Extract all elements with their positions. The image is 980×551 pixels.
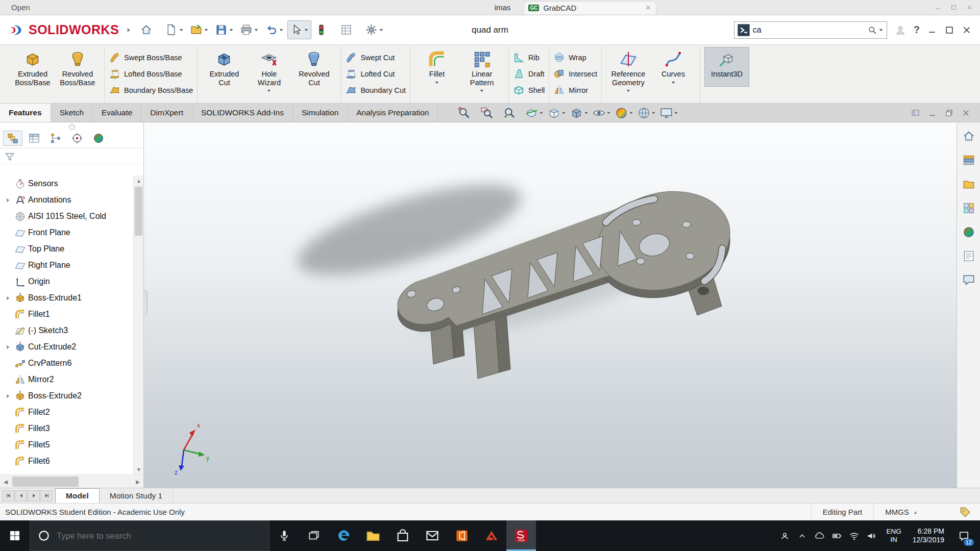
tray-button[interactable] (845, 520, 863, 551)
tree-item[interactable]: Mirror2 (0, 371, 133, 388)
start-button[interactable] (0, 520, 30, 551)
ribbon-small-button[interactable]: Shell (513, 83, 545, 97)
ribbon-small-button[interactable]: Swept Cut (345, 51, 395, 64)
feature-manager-tab[interactable] (67, 131, 87, 146)
tree-item[interactable]: Fillet2 (0, 404, 133, 420)
heads-up-button[interactable] (636, 105, 657, 121)
search-caret-icon[interactable] (878, 28, 884, 33)
quad-arm-model[interactable]: x y z (144, 122, 957, 488)
command-tab[interactable]: Simulation (293, 104, 348, 122)
scroll-up-icon[interactable]: ▲ (134, 176, 144, 186)
tray-button[interactable] (776, 520, 793, 551)
command-tab[interactable]: Analysis Preparation (348, 104, 438, 122)
task-pane-button[interactable] (961, 272, 977, 288)
task-pane-button[interactable] (961, 248, 977, 264)
taskbar-app-button[interactable] (418, 520, 447, 551)
tab-nav-button[interactable] (40, 490, 53, 502)
tree-item[interactable]: Boss-Extrude1 (0, 290, 133, 306)
ribbon-small-button[interactable]: Lofted Boss/Base (109, 67, 182, 81)
taskbar-app-button[interactable]: 2018 (506, 520, 536, 551)
tree-item[interactable]: Fillet5 (0, 437, 133, 453)
ribbon-large-button[interactable]: HoleWizard (247, 47, 291, 95)
ribbon-small-button[interactable]: Boundary Boss/Base (109, 83, 193, 97)
vertical-scroll-thumb[interactable] (135, 187, 142, 236)
ribbon-large-button[interactable]: ExtrudedBoss/Base (10, 47, 55, 95)
tree-item[interactable]: Annotations (0, 192, 133, 208)
qat-button[interactable] (287, 20, 311, 39)
tree-item[interactable]: Fillet1 (0, 306, 133, 322)
heads-up-button[interactable] (479, 105, 500, 121)
dropdown-caret-icon[interactable] (279, 28, 284, 33)
dropdown-caret-icon[interactable] (479, 88, 484, 93)
tree-item[interactable]: Front Plane (0, 224, 133, 241)
heads-up-button[interactable] (569, 105, 590, 121)
clock[interactable]: 6:28 PM 12/3/2019 (908, 527, 949, 545)
command-tab[interactable]: Evaluate (93, 104, 141, 122)
task-pane-button[interactable] (961, 224, 977, 240)
qat-button[interactable] (212, 20, 236, 39)
heads-up-button[interactable] (591, 105, 612, 121)
tab-nav-button[interactable] (15, 490, 27, 502)
dropdown-caret-icon[interactable] (584, 111, 589, 115)
heads-up-button[interactable] (456, 105, 477, 121)
dropdown-caret-icon[interactable] (204, 28, 209, 33)
dropdown-caret-icon[interactable] (539, 111, 544, 115)
task-pane-button[interactable] (961, 201, 977, 216)
ribbon-large-button[interactable]: Fillet (414, 47, 459, 87)
ribbon-large-button[interactable]: LinearPattern (459, 47, 504, 95)
heads-up-button[interactable] (614, 105, 634, 121)
ribbon-large-button[interactable]: ExtrudedCut (202, 47, 247, 95)
unit-system-selector[interactable]: MMGS ▴ (873, 504, 928, 520)
feature-manager-tab[interactable] (46, 131, 65, 146)
scroll-right-icon[interactable]: ▶ (132, 475, 143, 488)
tab-nav-button[interactable] (28, 490, 40, 502)
qat-button[interactable] (362, 20, 386, 39)
tree-horizontal-scrollbar[interactable]: ◀ ▶ (0, 474, 143, 488)
qat-button[interactable] (312, 20, 336, 39)
bg-close-icon[interactable] (966, 4, 973, 11)
dropdown-caret-icon[interactable] (254, 28, 259, 33)
dropdown-caret-icon[interactable] (304, 28, 309, 33)
dropdown-caret-icon[interactable] (266, 88, 272, 93)
tree-item[interactable]: Boss-Extrude2 (0, 388, 133, 404)
taskbar-search-box[interactable] (30, 520, 270, 551)
heads-up-button[interactable] (524, 105, 545, 121)
ribbon-small-button[interactable]: Wrap (553, 51, 586, 64)
scroll-left-icon[interactable]: ◀ (0, 475, 11, 488)
dropdown-caret-icon[interactable] (606, 111, 611, 115)
graphics-viewport[interactable]: x y z (144, 122, 957, 488)
qat-button[interactable] (162, 20, 186, 39)
qat-button[interactable] (237, 20, 261, 39)
qat-button[interactable] (262, 20, 286, 39)
help-button[interactable]: ? (914, 24, 920, 36)
heads-up-button[interactable] (658, 105, 679, 121)
horizontal-scroll-thumb[interactable] (12, 477, 79, 487)
dropdown-caret-icon[interactable] (229, 28, 234, 33)
tree-item[interactable]: Fillet3 (0, 420, 133, 437)
taskbar-app-button[interactable] (358, 520, 388, 551)
document-window-control-icon[interactable] (927, 108, 937, 118)
language-indicator[interactable]: ENG IN (882, 528, 905, 544)
tab-nav-button[interactable] (2, 490, 14, 502)
bg-minimize-icon[interactable] (935, 4, 941, 11)
taskbar-app-button[interactable] (447, 520, 477, 551)
tree-vertical-scrollbar[interactable]: ▲ ▼ (133, 176, 143, 474)
grabcad-browser-tab[interactable]: GC GrabCAD (524, 1, 656, 14)
minimize-button-icon[interactable] (927, 25, 937, 35)
ribbon-small-button[interactable]: Mirror (553, 83, 588, 97)
feature-manager-tab[interactable] (24, 131, 44, 146)
tree-item[interactable]: Cut-Extrude2 (0, 339, 133, 355)
ribbon-small-button[interactable]: Intersect (553, 67, 597, 81)
ribbon-small-button[interactable]: Swept Boss/Base (109, 51, 182, 64)
tray-button[interactable] (793, 520, 811, 551)
heads-up-button[interactable] (501, 105, 522, 121)
task-view-button[interactable] (299, 520, 329, 551)
tray-button[interactable] (863, 520, 880, 551)
ribbon-small-button[interactable]: Lofted Cut (345, 67, 395, 81)
dropdown-caret-icon[interactable] (179, 28, 184, 33)
menu-flyout-icon[interactable] (125, 27, 132, 34)
expand-arrow-icon[interactable] (5, 197, 11, 203)
tree-item[interactable]: Fillet6 (0, 453, 133, 469)
task-pane-button[interactable] (961, 153, 977, 168)
document-window-control-icon[interactable] (944, 108, 954, 118)
